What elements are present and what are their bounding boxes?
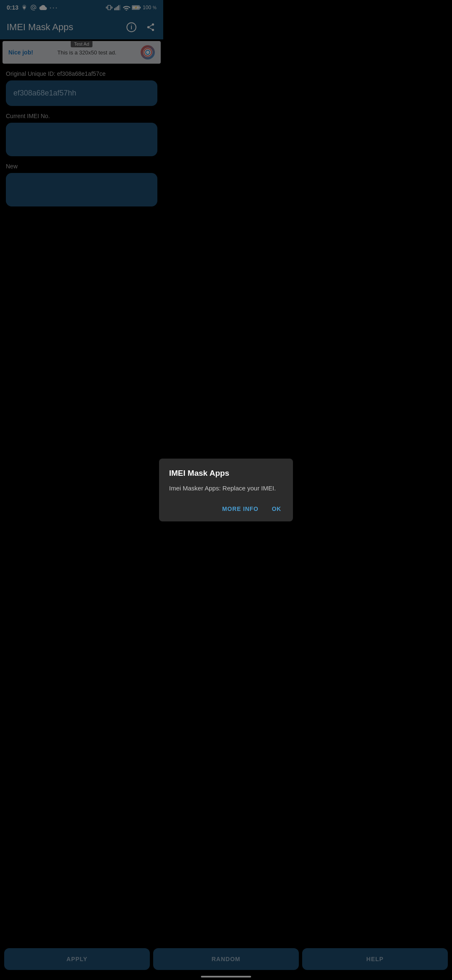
- dialog-overlay: IMEI Mask Apps Imei Masker Apps: Replace…: [0, 0, 163, 353]
